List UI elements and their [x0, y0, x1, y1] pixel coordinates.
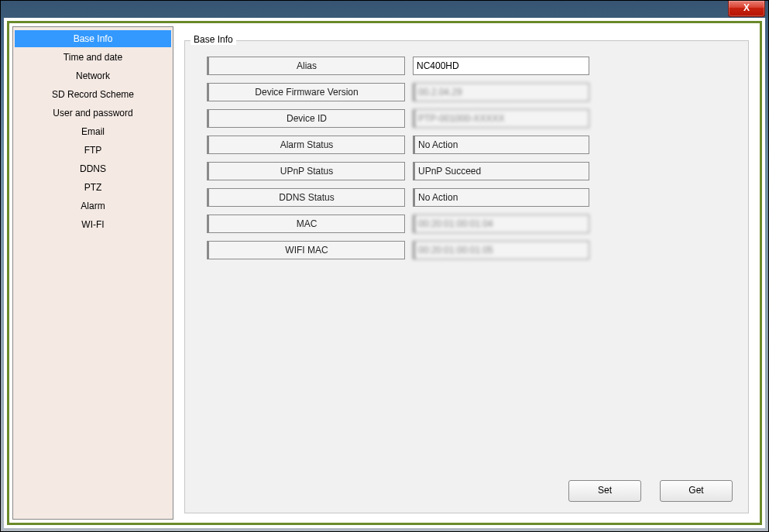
sidebar-item-user-and-password[interactable]: User and password [15, 105, 171, 122]
sidebar-item-label: DDNS [80, 163, 106, 174]
row-ddns-status: DDNS Status No Action [207, 188, 726, 207]
get-button[interactable]: Get [660, 480, 733, 502]
sidebar-item-label: Network [76, 70, 110, 81]
row-device-id: Device ID PTP-001000-XXXXX [207, 109, 726, 128]
sidebar-item-label: Time and date [64, 52, 122, 63]
sidebar-item-label: FTP [84, 145, 102, 156]
input-alias[interactable] [413, 57, 589, 75]
set-button-label: Set [598, 485, 612, 496]
row-alias: Alias [207, 57, 726, 75]
sidebar-item-network[interactable]: Network [15, 67, 171, 84]
value-mac: 00:20:01:00:01:04 [413, 215, 589, 233]
sidebar-item-label: Alarm [81, 201, 105, 211]
sidebar-item-sd-record-scheme[interactable]: SD Record Scheme [15, 86, 171, 103]
label-device-id: Device ID [207, 109, 405, 128]
label-mac: MAC [207, 215, 405, 233]
value-ddns-status: No Action [413, 188, 589, 207]
sidebar-item-label: PTZ [84, 182, 102, 193]
sidebar-item-label: WI-FI [81, 219, 104, 230]
layout: Base Info Time and date Network SD Recor… [11, 25, 758, 521]
panel-title: Base Info [191, 34, 236, 45]
row-mac: MAC 00:20:01:00:01:04 [207, 215, 726, 233]
value-alarm-status: No Action [413, 136, 589, 154]
sidebar: Base Info Time and date Network SD Recor… [12, 26, 173, 520]
label-firmware: Device Firmware Version [207, 83, 405, 101]
get-button-label: Get [688, 485, 703, 496]
row-firmware: Device Firmware Version 00.2.04.29 [207, 83, 726, 101]
sidebar-item-wifi[interactable]: WI-FI [15, 216, 171, 233]
sidebar-item-ptz[interactable]: PTZ [15, 179, 171, 196]
base-info-fieldset: Alias Device Firmware Version 00.2.04.29… [184, 40, 749, 513]
sidebar-item-email[interactable]: Email [15, 123, 171, 140]
label-wifi-mac: WIFI MAC [207, 241, 405, 259]
set-button[interactable]: Set [568, 480, 641, 502]
value-wifi-mac: 00:20:01:00:01:05 [413, 241, 589, 259]
sidebar-item-time-and-date[interactable]: Time and date [15, 49, 171, 66]
label-alias: Alias [207, 57, 405, 75]
sidebar-item-base-info[interactable]: Base Info [15, 30, 171, 47]
close-button[interactable]: X [728, 1, 765, 17]
sidebar-item-alarm[interactable]: Alarm [15, 197, 171, 215]
sidebar-item-label: Base Info [74, 33, 113, 44]
main-panel: Base Info Alias Device Firmware Version … [177, 26, 757, 520]
titlebar: X [1, 1, 768, 18]
value-upnp-status: UPnP Succeed [413, 162, 589, 180]
client-area: Base Info Time and date Network SD Recor… [4, 18, 765, 528]
label-alarm-status: Alarm Status [207, 136, 405, 154]
form-rows: Alias Device Firmware Version 00.2.04.29… [207, 57, 726, 267]
value-device-id: PTP-001000-XXXXX [413, 109, 589, 128]
row-alarm-status: Alarm Status No Action [207, 136, 726, 154]
row-upnp-status: UPnP Status UPnP Succeed [207, 162, 726, 180]
sidebar-item-ftp[interactable]: FTP [15, 142, 171, 159]
sidebar-item-label: User and password [53, 108, 132, 118]
app-window: X Base Info Time and date Network SD Rec… [0, 0, 769, 532]
value-firmware: 00.2.04.29 [413, 83, 589, 101]
label-ddns-status: DDNS Status [207, 188, 405, 207]
content-frame: Base Info Time and date Network SD Recor… [7, 21, 762, 525]
close-icon: X [743, 2, 750, 13]
sidebar-item-label: SD Record Scheme [52, 89, 134, 100]
label-upnp-status: UPnP Status [207, 162, 405, 180]
button-row: Set Get [568, 480, 733, 502]
sidebar-item-label: Email [81, 126, 105, 137]
sidebar-item-ddns[interactable]: DDNS [15, 160, 171, 177]
row-wifi-mac: WIFI MAC 00:20:01:00:01:05 [207, 241, 726, 259]
